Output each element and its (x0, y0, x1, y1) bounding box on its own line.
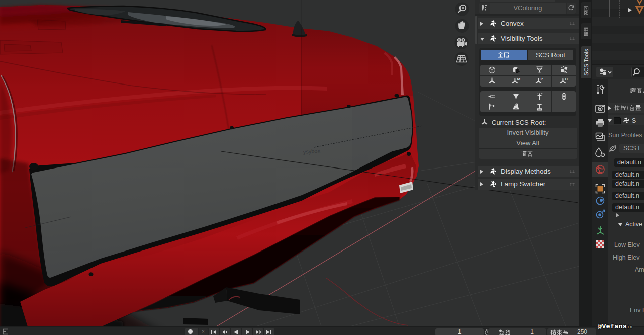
svg-text:C: C (565, 77, 568, 81)
svg-text:M: M (517, 77, 520, 81)
svg-text:ysybox: ysybox (303, 148, 320, 155)
svg-text:P: P (541, 77, 543, 81)
